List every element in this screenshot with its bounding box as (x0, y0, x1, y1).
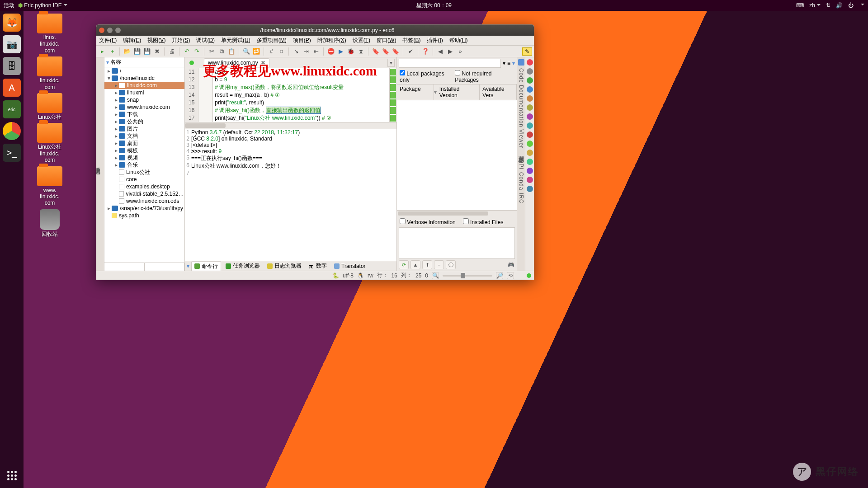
local-packages-checkbox[interactable]: Local packages only (400, 70, 453, 83)
right-sidetabs[interactable]: Code Documentation Viewer 调试浏览器 PyPI Con… (517, 57, 525, 271)
edit-mode-icon[interactable]: ✎ (522, 47, 532, 56)
main-toolbar[interactable]: ▸ ＋ 📂 💾 💾 ✖ 🖨 ↶ ↷ ✂ ⧉ 📋 🔍 🔁 # ⌗ ↘ ⇥ ⇤ ⛔ … (96, 46, 534, 57)
tree-twisty-icon[interactable]: ▸ (113, 111, 119, 117)
undo-icon[interactable]: ↶ (183, 47, 191, 56)
bug-gray-icon[interactable] (527, 68, 533, 75)
code-area[interactable]: a = 6 b = 9 # 调用my_max()函数，将函数返回值赋值给resu… (213, 68, 389, 122)
tree-row[interactable]: ▸linuxidc.com (104, 82, 184, 89)
sidetab-debug[interactable]: 调试浏览器 (517, 151, 525, 154)
tree-row[interactable]: vivaldi-stable_2.5.1525.4 (104, 190, 184, 197)
menu-item[interactable]: 开始(S) (172, 37, 190, 44)
tree-row[interactable]: www.linuxidc.com.ods (104, 197, 184, 205)
titlebar[interactable]: /home/linuxidc/linuxidc.com/www.linuxidc… (96, 25, 534, 36)
bug-violet-icon[interactable] (527, 168, 533, 174)
controller-icon[interactable]: 🎮 (507, 261, 515, 269)
cut-icon[interactable]: ✂ (208, 47, 216, 56)
tree-row[interactable]: ▸文档 (104, 132, 184, 140)
clock[interactable]: 星期六 00：09 (416, 2, 452, 9)
ext-prev-icon[interactable]: ◀ (436, 47, 444, 56)
tree-row[interactable]: ▸模板 (104, 147, 184, 154)
menu-item[interactable]: 视图(V) (147, 37, 165, 44)
desktop-icon[interactable]: Linux公社 (27, 93, 72, 120)
desktop-icon[interactable]: 回收站 (27, 209, 72, 237)
bug-orange-icon[interactable] (527, 95, 533, 102)
menu-item[interactable]: 项目(P) (293, 37, 311, 44)
menu-item[interactable]: 单元测试(U) (221, 37, 250, 44)
tree-row[interactable]: Linux公社 (104, 169, 184, 176)
desktop-icon[interactable]: Linux公社 linuxidc. com (27, 123, 72, 163)
zoom-slider[interactable] (443, 275, 492, 277)
tree-twisty-icon[interactable]: ▸ (113, 147, 119, 154)
tree-row[interactable]: ▸桌面 (104, 140, 184, 147)
zoom-reset-icon[interactable]: ⟲ (507, 272, 514, 279)
chrome-icon[interactable] (3, 122, 21, 140)
package-filter-input[interactable] (399, 59, 501, 68)
copy-icon[interactable]: ⧉ (217, 47, 226, 56)
package-details[interactable] (399, 227, 515, 259)
tree-twisty-icon[interactable]: ▸ (106, 205, 112, 211)
uncomment-icon[interactable]: ⌗ (277, 47, 285, 56)
bottom-tab[interactable]: 日志浏览器 (264, 261, 304, 271)
bug-olive-icon[interactable] (527, 104, 533, 111)
zoom-in-icon[interactable]: 🔎 (496, 272, 503, 279)
tree-twisty-icon[interactable]: ▸ (106, 68, 112, 74)
funnel-icon[interactable] (518, 59, 524, 66)
power-icon[interactable]: ⏻ (848, 2, 854, 9)
show-apps-button[interactable] (3, 466, 21, 484)
menu-item[interactable]: 帮助(H) (449, 37, 468, 44)
funnel-icon[interactable]: ▾ (512, 60, 515, 66)
tree-twisty-icon[interactable]: ▸ (113, 155, 119, 161)
editor-tab[interactable]: www.linuxidc.com.py ✖ (204, 58, 269, 67)
bug-teal-icon[interactable] (527, 122, 533, 129)
bug-purple-icon[interactable] (527, 113, 533, 120)
funnel-icon[interactable]: ▾ (187, 263, 189, 269)
camera-icon[interactable]: 📷 (3, 35, 21, 53)
shell-output[interactable]: 1Python 3.6.7 (default, Oct 22 2018, 11:… (185, 129, 396, 261)
window-close-icon[interactable] (99, 28, 104, 33)
window-maximize-icon[interactable] (115, 28, 121, 33)
sidetab-conda[interactable]: Conda (518, 172, 524, 190)
menu-item[interactable]: 编辑(E) (123, 37, 141, 44)
refresh-icon[interactable]: ⟳ (399, 260, 409, 269)
bottom-tab[interactable]: 任务浏览器 (223, 261, 263, 271)
goto-icon[interactable]: ↘ (292, 47, 300, 56)
stop-icon[interactable]: ⛔ (327, 47, 335, 56)
tree-twisty-icon[interactable]: ▸ (113, 162, 119, 168)
bottom-tab[interactable]: 命令行 (191, 261, 221, 271)
window-minimize-icon[interactable] (107, 28, 113, 33)
tree-row[interactable]: ▸/snap/eric-ide/73/usr/lib/py (104, 205, 184, 212)
tree-twisty-icon[interactable]: ▸ (113, 89, 119, 96)
tree-row[interactable]: ▸视频 (104, 154, 184, 161)
activities-button[interactable]: 活动 (4, 2, 14, 9)
redo-icon[interactable]: ↷ (193, 47, 201, 56)
tree-twisty-icon[interactable]: ▸ (113, 118, 119, 125)
files-icon[interactable]: 🗄 (3, 57, 21, 75)
sidetab-codedoc[interactable]: Code Documentation Viewer (518, 68, 524, 149)
menubar[interactable]: 文件(F)编辑(E)视图(V)开始(S)调试(D)单元测试(U)多重项目(M)项… (96, 36, 534, 46)
tab-close-icon[interactable]: ✖ (261, 60, 265, 66)
indent-icon[interactable]: ⇥ (302, 47, 310, 56)
package-hscrollbar[interactable] (397, 210, 517, 216)
save-all-icon[interactable]: 💾 (143, 47, 151, 56)
bug-navy-icon[interactable] (527, 186, 533, 192)
menu-item[interactable]: 设置(T) (353, 37, 370, 44)
spell-icon[interactable]: ✔ (406, 47, 415, 56)
desktop-icon[interactable]: linuxidc. com (27, 56, 72, 90)
firefox-icon[interactable]: 🦊 (3, 14, 21, 32)
toolbar-overflow-icon[interactable]: » (456, 47, 464, 56)
tree-twisty-icon[interactable]: ▾ (106, 75, 112, 81)
network-icon[interactable]: ⇅ (826, 2, 830, 9)
whatsthis-icon[interactable]: ❓ (421, 47, 429, 56)
paste-icon[interactable]: 📋 (227, 47, 236, 56)
debug-toolbar[interactable] (525, 57, 534, 271)
close-tab-icon[interactable]: ✖ (153, 47, 161, 56)
tree-row[interactable]: ▸/ (104, 67, 184, 75)
tree-row[interactable]: ▸公共的 (104, 118, 184, 125)
new-file-icon[interactable]: ▸ (98, 47, 106, 56)
code-editor[interactable]: 更多教程见www.linuxidc.com 11121314151617 a =… (185, 68, 396, 122)
tree-row[interactable]: ▸snap (104, 96, 184, 103)
tree-header[interactable]: ▾ 名称 (104, 57, 184, 67)
menu-item[interactable]: 插件(I) (427, 37, 443, 44)
package-table-header[interactable]: Package▾ Installed Version Available Ver… (397, 84, 517, 100)
new-icon[interactable]: ＋ (108, 47, 116, 56)
